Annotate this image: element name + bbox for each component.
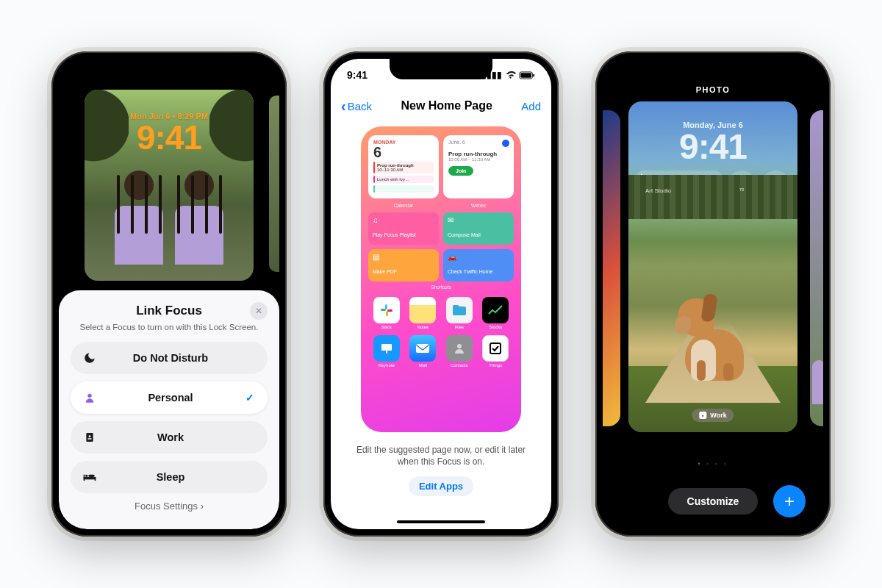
wifi-icon <box>505 71 516 79</box>
app-files[interactable]: Files <box>444 297 475 329</box>
svg-rect-13 <box>381 309 386 311</box>
editor-mode-title: PHOTO <box>603 85 823 94</box>
close-button[interactable]: ✕ <box>250 302 268 320</box>
calendar-day-number: 6 <box>373 145 434 159</box>
webex-meeting-title: Prop run-through <box>448 151 509 157</box>
focus-option-dnd[interactable]: Do Not Disturb <box>71 342 268 374</box>
svg-rect-17 <box>386 351 387 354</box>
page-dots[interactable]: • ◦ ◦ ◦ <box>603 460 823 467</box>
widget-label: Webex <box>443 203 514 208</box>
shortcut-traffic[interactable]: 🚗Check Traffic Home <box>443 249 514 282</box>
hint-text: Edit the suggested page now, or edit it … <box>331 444 551 467</box>
screen: 9:41 ▮▮▮▮ ‹Back New Home Page Add MONDAY… <box>331 59 551 529</box>
things-icon <box>482 335 509 362</box>
focus-label: Do Not Disturb <box>85 352 256 364</box>
close-icon: ✕ <box>255 306 262 316</box>
phone-link-focus: Mon Jun 6 • 8:29 PM 9:41 Link Focus ✕ Se… <box>51 51 287 537</box>
back-button[interactable]: ‹Back <box>341 98 372 115</box>
chevron-left-icon: ‹ <box>341 98 346 115</box>
svg-rect-15 <box>387 309 392 312</box>
document-icon: ▤ <box>373 253 434 261</box>
calendar-widget[interactable]: MONDAY 6 Prop run-through10–11:30 AM Lun… <box>368 135 439 198</box>
lock-screen-stage: Monday, June 6 9:41 10:00–11:30 AM Prop … <box>603 101 823 454</box>
focus-label: Personal <box>85 392 256 404</box>
status-time: 9:41 <box>347 69 368 81</box>
phone-new-home-page: 9:41 ▮▮▮▮ ‹Back New Home Page Add MONDAY… <box>323 51 559 537</box>
svg-rect-18 <box>416 344 429 353</box>
app-mail[interactable]: Mail <box>408 335 439 368</box>
svg-rect-12 <box>385 304 387 309</box>
svg-rect-11 <box>533 74 534 76</box>
svg-rect-10 <box>520 73 531 77</box>
home-indicator[interactable] <box>397 520 485 523</box>
next-lockscreen-peek[interactable] <box>810 110 823 426</box>
customize-button[interactable]: Customize <box>668 488 759 514</box>
lock-time: 9:41 <box>137 121 201 154</box>
shortcut-make-pdf[interactable]: ▤Make PDF <box>368 249 439 282</box>
notch <box>662 59 764 79</box>
app-things[interactable]: Things <box>481 335 512 368</box>
webex-logo-icon <box>502 140 509 147</box>
lock-screen-preview[interactable]: Mon Jun 6 • 8:29 PM 9:41 <box>85 90 254 281</box>
focus-settings-link[interactable]: Focus Settings › <box>71 501 268 512</box>
bottom-toolbar: Customize + <box>603 488 823 514</box>
svg-rect-14 <box>386 311 388 316</box>
notch <box>390 59 492 79</box>
shortcut-play-playlist[interactable]: ♫Play Focus Playlist <box>368 212 439 245</box>
keynote-icon <box>373 335 400 362</box>
svg-rect-16 <box>381 344 392 351</box>
widget-label: Calendar <box>368 203 439 208</box>
badge-icon: ▪ <box>699 412 706 419</box>
add-lockscreen-button[interactable]: + <box>773 485 806 517</box>
stocks-icon <box>482 297 509 323</box>
svg-point-19 <box>457 344 462 348</box>
nav-bar: ‹Back New Home Page Add <box>331 91 551 121</box>
add-button[interactable]: Add <box>521 100 541 112</box>
widget-label: Shortcuts <box>368 284 514 290</box>
focus-label: Sleep <box>85 471 256 483</box>
check-icon: ✓ <box>245 392 254 404</box>
app-slack[interactable]: Slack <box>371 297 402 329</box>
app-grid: Slack Notes Files Stocks Keynote Mail Co… <box>368 297 514 368</box>
calendar-event <box>373 185 434 193</box>
lock-screen-preview[interactable]: Monday, June 6 9:41 10:00–11:30 AM Prop … <box>628 101 797 432</box>
app-notes[interactable]: Notes <box>408 297 439 329</box>
plus-icon: + <box>784 491 795 512</box>
edit-apps-button[interactable]: Edit Apps <box>409 476 473 496</box>
contacts-icon <box>446 335 473 362</box>
mail-icon <box>409 335 436 362</box>
focus-option-sleep[interactable]: Sleep <box>71 461 268 493</box>
calendar-event: Lunch with Ivy… <box>373 176 434 183</box>
sheet-subtitle: Select a Focus to turn on with this Lock… <box>71 323 268 331</box>
webex-join-button[interactable]: Join <box>448 166 473 176</box>
calendar-event: Prop run-through10–11:30 AM <box>373 162 434 173</box>
sheet-title: Link Focus <box>71 304 268 318</box>
phone-lock-screen-editor: PHOTO Monday, June 6 9:41 10:00–11:30 AM… <box>595 51 831 537</box>
webex-date: June. 6 <box>448 140 509 145</box>
files-icon <box>446 297 473 323</box>
svg-rect-20 <box>490 343 501 354</box>
shortcut-compose-mail[interactable]: ✉Compose Mail <box>443 212 514 245</box>
home-page-preview[interactable]: MONDAY 6 Prop run-through10–11:30 AM Lun… <box>361 126 521 432</box>
wallpaper-treeline <box>628 175 797 219</box>
app-contacts[interactable]: Contacts <box>444 335 475 368</box>
focus-pill[interactable]: ▪ Work <box>692 409 734 422</box>
calendar-day-label: MONDAY <box>373 140 434 145</box>
focus-option-personal[interactable]: Personal ✓ <box>71 381 268 414</box>
wallpaper-dog <box>678 263 766 381</box>
compose-icon: ✉ <box>448 216 509 224</box>
app-stocks[interactable]: Stocks <box>481 297 512 329</box>
music-icon: ♫ <box>373 216 434 224</box>
notch <box>118 59 220 79</box>
page-title: New Home Page <box>401 99 492 112</box>
webex-widget[interactable]: June. 6 Prop run-through 10:00 AM – 11:3… <box>443 135 514 198</box>
focus-option-work[interactable]: Work <box>71 421 268 453</box>
next-lockscreen-peek[interactable] <box>269 96 279 272</box>
webex-meeting-time: 10:00 AM – 11:30 AM <box>448 157 509 162</box>
slack-icon <box>373 297 400 323</box>
app-keynote[interactable]: Keynote <box>371 335 402 368</box>
lock-time[interactable]: 9:41 <box>628 129 797 165</box>
prev-lockscreen-peek[interactable] <box>603 110 620 426</box>
notes-icon <box>409 297 436 323</box>
battery-icon <box>519 71 535 79</box>
